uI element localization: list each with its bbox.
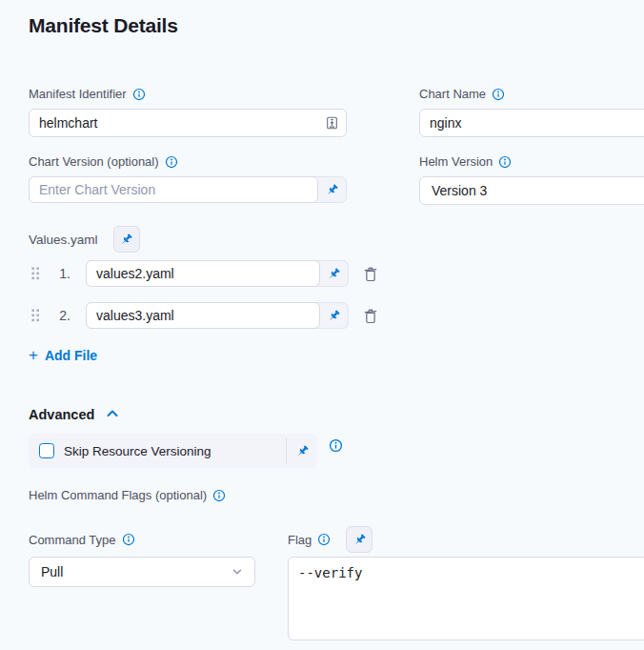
command-type-select[interactable]: Pull (29, 557, 255, 587)
manifest-details-form: Manifest Details Manifest Identifier Cha… (0, 0, 644, 650)
info-icon[interactable] (165, 155, 178, 169)
values-file-input[interactable] (86, 260, 320, 287)
pin-icon[interactable] (320, 303, 348, 328)
info-icon[interactable] (498, 155, 512, 169)
chart-name-input[interactable] (419, 109, 644, 137)
skip-resource-versioning-label: Skip Resource Versioning (64, 444, 211, 458)
flag-textarea[interactable]: --verify (288, 557, 644, 640)
add-file-button[interactable]: + Add File (29, 348, 97, 363)
info-icon[interactable] (132, 88, 146, 101)
advanced-label: Advanced (29, 407, 94, 422)
drag-handle-icon[interactable] (31, 267, 40, 280)
helm-version-label-row: Helm Version (419, 154, 644, 170)
helm-command-flags-label: Helm Command Flags (optional) (29, 488, 207, 503)
helm-version-selected-value: Version 3 (432, 183, 644, 198)
pin-icon[interactable] (320, 261, 348, 286)
advanced-section-toggle[interactable]: Advanced (29, 406, 119, 423)
manifest-identifier-input[interactable] (29, 109, 347, 137)
values-file-index: 2. (53, 308, 70, 323)
pin-icon[interactable] (318, 177, 346, 202)
chart-version-input-group (29, 176, 347, 203)
field-flag: Flag --verify (288, 526, 644, 644)
helm-version-label: Helm Version (419, 154, 493, 170)
skip-resource-versioning-checkbox[interactable] (39, 443, 54, 458)
manifest-identifier-label-row: Manifest Identifier (29, 87, 347, 102)
values-file-index: 1. (53, 266, 70, 281)
chart-version-label: Chart Version (optional) (29, 154, 159, 170)
values-file-row: 2. (29, 302, 644, 329)
command-type-selected-value: Pull (41, 564, 231, 579)
add-file-label: Add File (45, 348, 97, 363)
command-type-label-row: Command Type (29, 526, 255, 553)
flag-label-row: Flag (288, 526, 644, 553)
flag-label: Flag (288, 533, 312, 547)
chevron-down-icon (231, 566, 243, 578)
chart-name-label-row: Chart Name (419, 87, 644, 102)
chart-name-label: Chart Name (419, 87, 486, 102)
id-card-icon[interactable] (326, 116, 338, 131)
chart-version-label-row: Chart Version (optional) (29, 154, 347, 170)
manifest-identifier-label: Manifest Identifier (29, 87, 127, 102)
helm-command-flags-label-row: Helm Command Flags (optional) (29, 488, 644, 503)
values-file-row: 1. (29, 260, 644, 287)
values-yaml-header: Values.yaml (29, 226, 644, 253)
field-chart-name: Chart Name (419, 87, 644, 137)
trash-icon[interactable] (361, 264, 380, 284)
pin-icon[interactable] (113, 226, 140, 253)
info-icon[interactable] (122, 533, 135, 546)
chevron-up-icon (106, 406, 119, 423)
command-type-label: Command Type (29, 533, 116, 547)
field-manifest-identifier: Manifest Identifier (29, 87, 347, 137)
chart-version-input[interactable] (29, 176, 318, 203)
page-title: Manifest Details (29, 13, 644, 37)
values-yaml-label: Values.yaml (29, 233, 98, 247)
top-field-grid: Manifest Identifier Chart Name (29, 87, 644, 205)
pin-icon[interactable] (287, 434, 317, 468)
drag-handle-icon[interactable] (31, 309, 40, 322)
info-icon[interactable] (492, 88, 505, 101)
trash-icon[interactable] (361, 306, 380, 326)
command-flags-grid: Command Type Pull Flag (29, 526, 644, 644)
plus-icon: + (29, 349, 38, 362)
skip-resource-versioning-group: Skip Resource Versioning (29, 434, 317, 468)
values-file-input-group (86, 302, 349, 329)
info-icon[interactable] (329, 438, 343, 453)
field-chart-version: Chart Version (optional) (29, 154, 347, 205)
values-file-input-group (86, 260, 349, 287)
field-helm-version: Helm Version Version 3 (419, 154, 644, 205)
field-command-type: Command Type Pull (29, 526, 255, 587)
values-file-input[interactable] (86, 302, 320, 329)
pin-icon[interactable] (346, 526, 372, 553)
info-icon[interactable] (317, 533, 331, 546)
manifest-identifier-input-wrap (29, 109, 347, 137)
helm-version-select[interactable]: Version 3 (419, 176, 644, 205)
info-icon[interactable] (212, 489, 226, 502)
